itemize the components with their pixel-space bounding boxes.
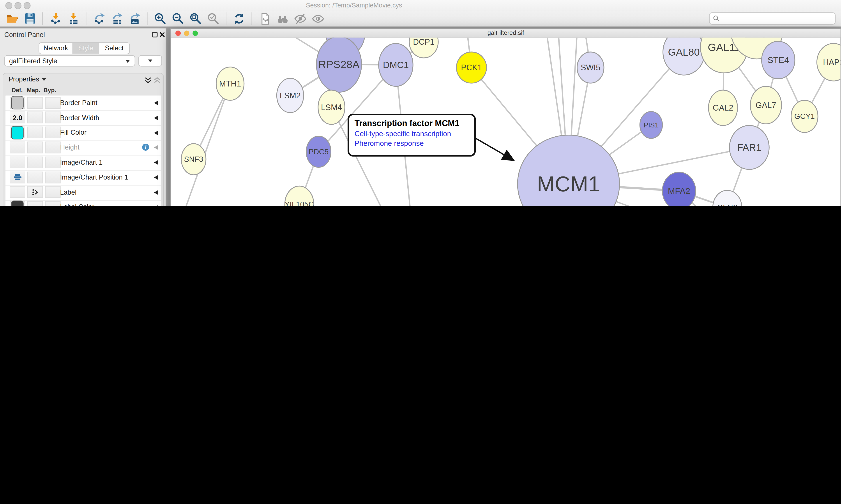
network-node-LSM2[interactable]: LSM2 (277, 78, 304, 113)
hide-eye-icon[interactable] (293, 11, 307, 25)
zoom-out-icon[interactable] (171, 11, 185, 25)
network-graph: RPS28ADMC1DCP1PCK1SWI5MTH1LSM2LSM4SNF3PD… (171, 37, 840, 206)
network-node-STE4[interactable]: STE4 (762, 41, 795, 79)
annotation-link[interactable]: Pheromone response (355, 140, 469, 147)
expand-property-icon[interactable] (154, 190, 158, 195)
search-input[interactable] (720, 14, 835, 23)
network-node-MTH1[interactable]: MTH1 (216, 67, 244, 100)
network-window-titlebar[interactable]: galFiltered.sif (171, 29, 840, 38)
network-node-DMC1[interactable]: DMC1 (379, 43, 413, 86)
property-label: Border Paint (60, 95, 97, 110)
property-row-border-paint[interactable]: Border Paint (5, 95, 161, 111)
network-node-CLN3[interactable]: CLN3 (713, 190, 742, 206)
app-titlebar: Session: /Temp/SampleMovie.cys (0, 0, 841, 11)
network-node-PIS1[interactable]: PIS1 (640, 111, 662, 138)
property-row-image-chart-1[interactable]: Image/Chart 1 (5, 155, 161, 170)
network-node-GAL7[interactable]: GAL7 (750, 86, 782, 124)
import-table-icon[interactable] (66, 11, 80, 25)
export-image-icon[interactable] (127, 11, 142, 25)
annotation-box[interactable]: Transcription factor MCM1 Cell-type-spec… (347, 114, 476, 157)
close-panel-icon[interactable] (159, 32, 165, 37)
tab-style[interactable]: Style (73, 43, 99, 54)
properties-panel: Properties Def.Map.Byp. ✓ Lock node widt… (3, 73, 164, 206)
network-node-YIL105C[interactable]: YIL105C (285, 186, 314, 206)
refresh-icon[interactable] (232, 11, 246, 25)
toolbar-divider (252, 12, 252, 25)
network-node-HAP2[interactable]: HAP2 (817, 43, 841, 81)
property-label: Image/Chart Position 1 (60, 170, 128, 185)
svg-text:GCY1: GCY1 (794, 112, 815, 121)
column-Map.: Map. (25, 87, 42, 93)
network-node-GCY1[interactable]: GCY1 (791, 100, 818, 132)
search-icon (713, 15, 720, 22)
property-row-label[interactable]: Label (5, 185, 161, 200)
float-panel-icon[interactable] (152, 32, 158, 37)
control-panel: Control Panel NetworkStyleSelect galFilt… (0, 29, 166, 206)
property-label: Border Width (60, 110, 99, 125)
search-box[interactable] (709, 12, 836, 24)
property-label: Image/Chart 1 (60, 155, 103, 170)
chevron-down-icon (148, 59, 153, 62)
expand-property-icon[interactable] (154, 161, 158, 165)
properties-columns: Def.Map.Byp. (9, 87, 58, 93)
export-table-icon[interactable] (109, 11, 124, 25)
network-node-SWI5[interactable]: SWI5 (577, 52, 604, 83)
app-root: Session: /Temp/SampleMovie.cys Control P… (0, 0, 841, 206)
find-icon[interactable] (275, 11, 289, 25)
properties-rows: ✓ Lock node width and height Border Pain… (5, 95, 161, 206)
properties-header[interactable]: Properties (8, 75, 46, 83)
expand-property-icon[interactable] (154, 101, 158, 105)
tab-network[interactable]: Network (39, 43, 73, 54)
show-eye-icon[interactable] (310, 11, 325, 25)
clone-network-icon[interactable] (257, 11, 272, 25)
network-node-GAL2[interactable]: GAL2 (709, 90, 737, 125)
expand-property-icon[interactable] (154, 146, 158, 150)
zoom-fit-icon[interactable] (189, 11, 203, 25)
color-swatch[interactable] (11, 126, 23, 139)
export-network-icon[interactable] (92, 11, 106, 25)
session-title: Session: /Temp/SampleMovie.cys (0, 2, 708, 9)
expand-property-icon[interactable] (154, 115, 158, 120)
network-node-RPS28A[interactable]: RPS28A (317, 37, 362, 92)
network-node-MFA2[interactable]: MFA2 (662, 172, 696, 206)
expand-property-icon[interactable] (154, 205, 158, 206)
property-row-fill-color[interactable]: Fill Color (5, 125, 161, 141)
network-window-title: galFiltered.sif (171, 30, 840, 36)
network-node-MCM1[interactable]: MCM1 (518, 135, 619, 206)
column-Byp.: Byp. (42, 87, 58, 93)
network-node-LSM4[interactable]: LSM4 (318, 90, 345, 124)
network-node-FAR1[interactable]: FAR1 (730, 125, 769, 169)
color-swatch[interactable] (11, 200, 23, 206)
style-options-button[interactable] (139, 55, 162, 66)
info-icon[interactable]: i (142, 144, 149, 151)
property-row-border-width[interactable]: 2.0 Border Width (5, 110, 161, 126)
save-icon[interactable] (22, 11, 37, 25)
svg-text:DMC1: DMC1 (383, 60, 409, 70)
zoom-selected-icon[interactable] (206, 11, 220, 25)
open-folder-icon[interactable] (5, 11, 19, 25)
annotation-arrow (476, 138, 513, 160)
property-row-image-chart-position-1[interactable]: Image/Chart Position 1 (5, 170, 161, 185)
import-network-icon[interactable] (48, 11, 62, 25)
collapse-all-icon[interactable] (153, 77, 161, 84)
tab-select[interactable]: Select (99, 43, 129, 54)
zoom-in-icon[interactable] (153, 11, 167, 25)
network-node-PDC5[interactable]: PDC5 (306, 136, 331, 167)
network-node-SNF3[interactable]: SNF3 (181, 144, 206, 175)
expand-property-icon[interactable] (154, 131, 158, 135)
chevron-down-icon (125, 60, 130, 62)
network-node-PCK1[interactable]: PCK1 (457, 52, 486, 83)
network-canvas[interactable]: RPS28ADMC1DCP1PCK1SWI5MTH1LSM2LSM4SNF3PD… (171, 37, 840, 206)
network-node-DCP1[interactable]: DCP1 (409, 37, 438, 58)
annotation-title: Transcription factor MCM1 (355, 119, 469, 128)
default-value[interactable]: 2.0 (13, 114, 22, 122)
svg-text:LSM4: LSM4 (321, 103, 342, 112)
expand-all-icon[interactable] (144, 77, 152, 84)
property-row-label-color[interactable]: Label Color (5, 200, 161, 206)
style-selector-dropdown[interactable]: galFiltered Style (4, 55, 135, 66)
annotation-link[interactable]: Cell-type-specific transcription (355, 130, 469, 138)
expand-property-icon[interactable] (154, 175, 158, 180)
color-swatch[interactable] (11, 96, 23, 109)
property-row-height[interactable]: Height i (5, 140, 161, 156)
property-label: Label (60, 185, 76, 200)
